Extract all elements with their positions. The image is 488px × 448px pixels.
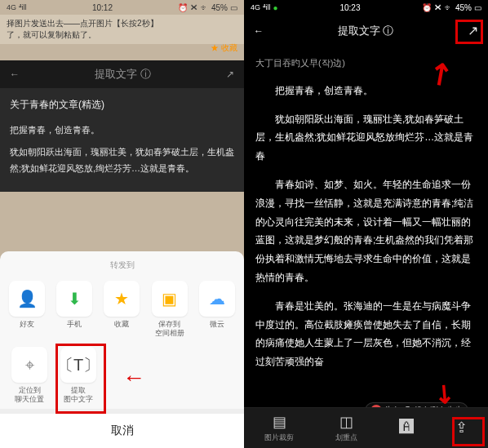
nav-label: 划重点 — [335, 432, 357, 443]
sheet-item-label: 手机 — [67, 320, 82, 329]
back-icon[interactable]: ← — [254, 25, 264, 37]
bottom-nav: ▤图片裁剪◫划重点🅰⇪ — [244, 407, 488, 448]
extracted-text[interactable]: 大丁目吞旳乂早(작)边) 把握青春，创造青春。 犹如朝阳跃出海面，瑰丽壮美,犹如… — [244, 47, 488, 397]
nav-icon: 🅰 — [399, 419, 414, 436]
sheet-item-icon: ★ — [104, 281, 140, 317]
image-preview: 关于青春的文章(精选) 把握青春，创造青春。 犹如朝阳跃出海面，瑰丽壮美，犹如春… — [0, 88, 244, 192]
clock: 10:12 — [92, 3, 113, 12]
share-sheet: 转发到 👤好友⬇手机★收藏▣保存到 空间相册☁微云 ⌖定位到 聊天位置〔T〕提取… — [0, 251, 244, 448]
status-icons: ⏰ ✕ ᯤ — [422, 3, 453, 12]
sheet-item[interactable]: 👤好友 — [6, 281, 48, 338]
status-bar: 4G ⁴ill 10:12 ⏰ ✕ ᯤ 45% ▭ — [0, 0, 244, 15]
sheet-item-icon: ⬇ — [56, 281, 92, 317]
clock: 10:23 — [339, 3, 360, 12]
nav-icon: ◫ — [339, 413, 353, 431]
article-title: 关于青春的文章(精选) — [10, 96, 234, 114]
article-line: 把握青春，创造青春。 — [10, 122, 234, 139]
battery-icon: ▭ — [230, 3, 237, 12]
signal-icon: 4G ⁴ill — [7, 3, 27, 11]
sheet-row-1: 👤好友⬇手机★收藏▣保存到 空间相册☁微云 — [0, 276, 244, 343]
nav-item[interactable]: ⇪ — [455, 419, 468, 438]
sheet-item[interactable]: ☁微云 — [196, 281, 238, 338]
share-icon[interactable]: ↗ — [226, 69, 234, 80]
sheet-item-icon: 〔T〕 — [60, 347, 96, 383]
sheet-item-icon: ▣ — [152, 281, 188, 317]
ocr-title: 提取文字 ⓘ — [95, 67, 151, 82]
sheet-item-label: 提取 图中文字 — [64, 386, 93, 404]
battery-icon: ▭ — [474, 3, 481, 12]
sheet-title: 转发到 — [0, 255, 244, 276]
article-line: 犹如朝阳跃出海面，瑰丽壮美，犹如春笋破土层，生机盎然;犹如鲜花迎风怒放,绚烂芬芳… — [10, 144, 234, 177]
ocr-header: ← 提取文字 ⓘ ↗ — [0, 60, 244, 88]
nav-label: 图片裁剪 — [264, 432, 294, 443]
sheet-item[interactable]: ⌖定位到 聊天位置 — [8, 347, 51, 404]
sheet-item-icon: ⌖ — [11, 347, 47, 383]
nav-icon: ⇪ — [455, 419, 468, 437]
sheet-item-label: 定位到 聊天位置 — [15, 386, 44, 404]
back-icon[interactable]: ← — [10, 69, 20, 80]
sheet-item-label: 微云 — [210, 320, 224, 329]
sheet-item-icon: 👤 — [9, 281, 45, 317]
ocr-title: 提取文字 ⓘ — [338, 24, 394, 38]
sheet-item-label: 收藏 — [114, 320, 129, 329]
sheet-item[interactable]: ▣保存到 空间相册 — [149, 281, 191, 338]
instruction-text: 择图片发送出去——点开图片【长按2秒】 了，就可以复制粘贴了。 — [0, 15, 244, 44]
sheet-item-icon: ☁ — [199, 281, 235, 317]
battery-pct: 45% — [211, 3, 228, 12]
sheet-item-label: 好友 — [20, 320, 34, 329]
cancel-button[interactable]: 取消 — [0, 409, 244, 448]
bookmark-button[interactable]: ★ 收藏 — [211, 42, 237, 54]
signal-icon: 4G ⁴ill — [251, 3, 271, 11]
sheet-item[interactable]: ⬇手机 — [53, 281, 95, 338]
left-screenshot: 4G ⁴ill 10:12 ⏰ ✕ ᯤ 45% ▭ 择图片发送出去——点开图片【… — [0, 0, 244, 448]
sheet-item[interactable]: ★收藏 — [100, 281, 143, 338]
text-snippet: 大丁目吞旳乂早(작)边) — [255, 55, 477, 72]
ocr-header: ← 提取文字 ⓘ ↗ — [244, 15, 488, 47]
text-paragraph: 青春是壮美的。张海迪的一生是在与病魔斗争中度过的。高位截肢瘫痪曾使她失去了自信，… — [255, 297, 477, 371]
text-paragraph: 犹如朝阳跃出海面，瑰丽壮美,犹如春笋破土层，生机盎然;犹如鲜花迎风怒放绚烂芬…这… — [255, 110, 477, 166]
share-icon[interactable]: ↗ — [468, 23, 478, 38]
nav-item[interactable]: 🅰 — [399, 419, 414, 437]
status-bar: 4G ⁴ill ● 10:23 ⏰ ✕ ᯤ 45% ▭ — [244, 0, 488, 15]
text-paragraph: 把握青春，创造青春。 — [255, 82, 477, 100]
sheet-item-label: 保存到 空间相册 — [155, 320, 184, 338]
nav-item[interactable]: ▤图片裁剪 — [264, 413, 294, 443]
status-icons: ⏰ ✕ ᯤ — [178, 3, 209, 12]
text-paragraph: 青春如诗、如梦、如火。年轻的生命追求一份浪漫，寻找一丝恬静，这就是充满诗意的青春… — [255, 175, 477, 287]
right-screenshot: 4G ⁴ill ● 10:23 ⏰ ✕ ᯤ 45% ▭ ← 提取文字 ⓘ ↗ 大… — [244, 0, 488, 448]
sheet-row-2: ⌖定位到 聊天位置〔T〕提取 图中文字 — [0, 342, 244, 409]
nav-icon: ▤ — [273, 413, 286, 431]
sheet-item[interactable]: 〔T〕提取 图中文字 — [57, 347, 100, 404]
nav-item[interactable]: ◫划重点 — [335, 413, 357, 443]
battery-pct: 45% — [455, 3, 472, 12]
wechat-icon: ● — [273, 3, 278, 12]
